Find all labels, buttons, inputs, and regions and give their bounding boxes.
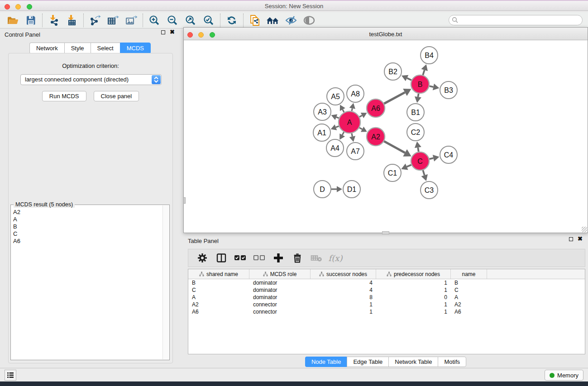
table-cell[interactable]: 1 xyxy=(376,308,451,315)
graph-edge-C-C4[interactable] xyxy=(429,158,433,159)
graph-edge-A-A4[interactable] xyxy=(342,132,344,135)
table-cell[interactable]: 1 xyxy=(376,301,451,308)
zoom-in-icon[interactable] xyxy=(145,13,163,28)
table-cell[interactable]: 1 xyxy=(376,279,451,286)
graph-edge-B-B1[interactable] xyxy=(418,94,418,97)
table-cell[interactable]: dominator xyxy=(249,279,311,286)
table-cell[interactable]: C xyxy=(188,286,249,294)
table-cell[interactable]: A xyxy=(451,294,487,301)
table-cell[interactable]: dominator xyxy=(249,294,311,301)
control-tab-network[interactable]: Network xyxy=(29,43,64,54)
table-row[interactable]: A2connector11A2 xyxy=(188,301,585,308)
graph-edge-B-B4[interactable] xyxy=(423,70,424,75)
delete-column-trash-icon[interactable] xyxy=(290,251,305,265)
export-table-icon[interactable] xyxy=(104,13,122,28)
horizontal-splitter-handle[interactable] xyxy=(382,231,389,234)
export-image-icon[interactable] xyxy=(122,13,140,28)
column-header-successor-nodes[interactable]: successor nodes xyxy=(311,269,376,279)
table-settings-gear-icon[interactable] xyxy=(195,251,210,265)
window-resize-grip[interactable] xyxy=(582,227,587,232)
control-tab-style[interactable]: Style xyxy=(64,43,91,54)
table-cell[interactable]: dominator xyxy=(249,286,311,294)
export-network-icon[interactable] xyxy=(86,13,104,28)
table-cell[interactable]: B xyxy=(188,279,249,286)
table-row[interactable]: Adominator80A xyxy=(188,294,585,301)
table-tab-motifs[interactable]: Motifs xyxy=(438,357,466,367)
graph-edge-A-A3[interactable] xyxy=(336,117,339,118)
close-panel-icon[interactable]: ✖ xyxy=(170,30,175,34)
select-all-columns-icon[interactable] xyxy=(233,251,248,265)
graph-edge-B-B3[interactable] xyxy=(430,86,434,87)
table-row[interactable]: Bdominator41B xyxy=(188,279,585,286)
table-tab-network-table[interactable]: Network Table xyxy=(388,357,438,367)
network-graph[interactable]: B4B2BB3A5A8A6A3B1AA1C2A2A4A7C4CC1DD1C3 xyxy=(184,40,588,233)
column-header-shared-name[interactable]: shared name xyxy=(188,269,249,279)
zoom-fit-icon[interactable] xyxy=(182,13,200,28)
create-column-plus-icon[interactable] xyxy=(271,251,286,265)
table-cell[interactable]: 1 xyxy=(376,286,451,294)
home-icon[interactable] xyxy=(264,13,282,28)
mcds-result-item[interactable]: A xyxy=(13,216,162,223)
table-cell[interactable]: 4 xyxy=(311,286,376,294)
run-mcds-button[interactable]: Run MCDS xyxy=(42,91,86,101)
optimization-criterion-select[interactable]: largest connected component (directed) xyxy=(20,74,162,85)
graph-edge-A-A6[interactable] xyxy=(359,115,362,117)
close-panel-button[interactable]: Close panel xyxy=(94,91,139,101)
hide-panels-eye-icon[interactable] xyxy=(282,13,300,28)
column-header-name[interactable]: name xyxy=(451,269,487,279)
column-header-predecessor-nodes[interactable]: predecessor nodes xyxy=(376,269,451,279)
graph-edge-C-C1[interactable] xyxy=(407,165,411,167)
memory-button[interactable]: Memory xyxy=(545,370,583,381)
mcds-result-item[interactable]: B xyxy=(13,223,162,230)
control-tab-mcds[interactable]: MCDS xyxy=(120,43,151,54)
task-history-button[interactable] xyxy=(5,370,16,381)
table-cell[interactable]: A2 xyxy=(451,301,487,308)
show-panel-eye-icon[interactable] xyxy=(300,13,318,28)
table-cell[interactable]: 1 xyxy=(311,308,376,315)
zoom-out-icon[interactable] xyxy=(163,13,182,28)
mcds-result-item[interactable]: A2 xyxy=(13,209,162,216)
network-canvas[interactable]: B4B2BB3A5A8A6A3B1AA1C2A2A4A7C4CC1DD1C3 xyxy=(184,40,588,233)
graph-edge-A-A8[interactable] xyxy=(352,108,352,111)
import-network-icon[interactable] xyxy=(45,13,63,28)
table-cell[interactable]: 8 xyxy=(311,294,376,301)
float-panel-icon[interactable] xyxy=(161,30,165,34)
unselect-all-columns-icon[interactable] xyxy=(252,251,267,265)
table-row[interactable]: A6connector11A6 xyxy=(188,308,585,315)
graph-edge-B-B2[interactable] xyxy=(407,78,411,81)
open-session-icon[interactable] xyxy=(4,13,22,28)
table-cell[interactable]: A6 xyxy=(188,308,249,315)
save-session-icon[interactable] xyxy=(22,13,40,28)
zoom-selected-icon[interactable] xyxy=(200,13,218,28)
graph-edge-A-A7[interactable] xyxy=(352,133,352,136)
mcds-result-item[interactable]: C xyxy=(13,230,162,238)
show-column-icon[interactable] xyxy=(214,251,229,265)
table-cell[interactable]: B xyxy=(451,279,487,286)
clone-network-icon[interactable] xyxy=(246,13,264,28)
control-tab-select[interactable]: Select xyxy=(91,43,120,54)
table-cell[interactable]: C xyxy=(451,286,487,294)
table-tab-edge-table[interactable]: Edge Table xyxy=(347,357,388,367)
mcds-result-item[interactable]: A6 xyxy=(13,238,162,245)
table-cell[interactable]: A2 xyxy=(188,301,249,308)
graph-edge-A-A2[interactable] xyxy=(359,128,362,129)
table-cell[interactable]: connector xyxy=(249,301,311,308)
table-cell[interactable]: 1 xyxy=(311,301,376,308)
table-cell[interactable]: A6 xyxy=(451,308,487,315)
table-cell[interactable]: 4 xyxy=(311,279,376,286)
graph-edge-C-C2[interactable] xyxy=(418,148,418,152)
float-table-panel-icon[interactable] xyxy=(569,237,573,241)
mcds-result-scrollbar[interactable] xyxy=(163,205,169,359)
graph-edge-A-A1[interactable] xyxy=(336,126,339,128)
table-cell[interactable]: 0 xyxy=(376,294,451,301)
refresh-icon[interactable] xyxy=(223,13,241,28)
table-cell[interactable]: connector xyxy=(249,308,311,315)
table-tab-node-table[interactable]: Node Table xyxy=(305,357,347,367)
left-splitter-handle[interactable] xyxy=(183,197,186,204)
column-header-MCDS-role[interactable]: MCDS role xyxy=(249,269,311,279)
search-input[interactable] xyxy=(449,15,583,25)
import-table-icon[interactable] xyxy=(63,13,81,28)
graph-edge-A-A5[interactable] xyxy=(343,110,344,112)
mcds-result-list[interactable]: A2ABCA6 xyxy=(12,207,162,359)
graph-edge-A6-B[interactable] xyxy=(384,92,405,104)
